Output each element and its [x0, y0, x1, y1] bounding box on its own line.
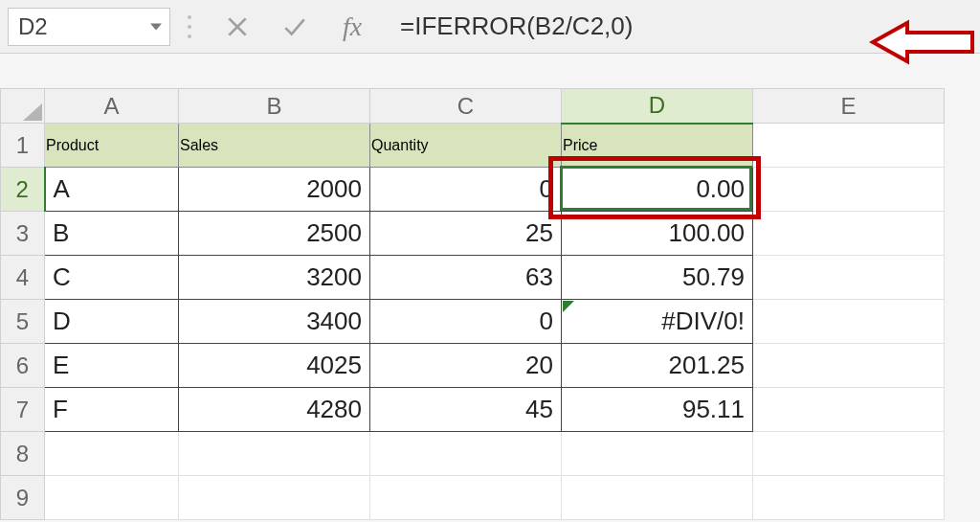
- cell-E1[interactable]: [753, 124, 945, 168]
- cell-E9[interactable]: [753, 476, 945, 520]
- cell-D2[interactable]: 0.00: [562, 168, 753, 212]
- cell-B9[interactable]: [179, 476, 370, 520]
- cell-C7[interactable]: 45: [370, 388, 562, 432]
- cell-B7[interactable]: 4280: [179, 388, 370, 432]
- fx-icon[interactable]: fx: [323, 11, 381, 42]
- row-header-2[interactable]: 2: [1, 168, 45, 212]
- cell-B4[interactable]: 3200: [179, 256, 370, 300]
- row-header-3[interactable]: 3: [1, 212, 45, 256]
- cell-B8[interactable]: [179, 432, 370, 476]
- spreadsheet-grid[interactable]: ABCDE1ProductSalesQuantityPrice2A200000.…: [0, 88, 945, 520]
- cell-D7[interactable]: 95.11: [562, 388, 753, 432]
- cell-D9[interactable]: [562, 476, 753, 520]
- cell-B1[interactable]: Sales: [179, 124, 370, 168]
- sheet-area: ABCDE1ProductSalesQuantityPrice2A200000.…: [0, 54, 980, 520]
- cell-E3[interactable]: [753, 212, 945, 256]
- cell-D6[interactable]: 201.25: [562, 344, 753, 388]
- name-box[interactable]: D2: [8, 8, 170, 46]
- column-header-B[interactable]: B: [179, 89, 370, 124]
- cell-A2[interactable]: A: [45, 168, 179, 212]
- cell-E7[interactable]: [753, 388, 945, 432]
- error-indicator-icon: [563, 301, 574, 312]
- grip-dots-icon: [170, 15, 209, 38]
- cell-C2[interactable]: 0: [370, 168, 562, 212]
- row-header-7[interactable]: 7: [1, 388, 45, 432]
- cell-D3[interactable]: 100.00: [562, 212, 753, 256]
- cell-E8[interactable]: [753, 432, 945, 476]
- cell-C9[interactable]: [370, 476, 562, 520]
- cell-A6[interactable]: E: [45, 344, 179, 388]
- row-header-5[interactable]: 5: [1, 300, 45, 344]
- cell-C8[interactable]: [370, 432, 562, 476]
- cell-E6[interactable]: [753, 344, 945, 388]
- cell-C5[interactable]: 0: [370, 300, 562, 344]
- column-header-E[interactable]: E: [753, 89, 945, 124]
- cancel-button[interactable]: [209, 8, 266, 46]
- row-header-4[interactable]: 4: [1, 256, 45, 300]
- cell-C4[interactable]: 63: [370, 256, 562, 300]
- row-header-6[interactable]: 6: [1, 344, 45, 388]
- name-box-value: D2: [18, 13, 48, 40]
- formula-input[interactable]: =IFERROR(B2/C2,0): [400, 8, 633, 46]
- formula-bar: D2 fx =IFERROR(B2/C2,0): [0, 0, 980, 54]
- formula-text: =IFERROR(B2/C2,0): [400, 11, 633, 41]
- column-header-A[interactable]: A: [45, 89, 179, 124]
- cell-C6[interactable]: 20: [370, 344, 562, 388]
- cell-E4[interactable]: [753, 256, 945, 300]
- cell-C1[interactable]: Quantity: [370, 124, 562, 168]
- column-header-C[interactable]: C: [370, 89, 562, 124]
- cell-D8[interactable]: [562, 432, 753, 476]
- cell-B5[interactable]: 3400: [179, 300, 370, 344]
- cell-D5[interactable]: #DIV/0!: [562, 300, 753, 344]
- row-header-9[interactable]: 9: [1, 476, 45, 520]
- cell-E2[interactable]: [753, 168, 945, 212]
- cell-D1[interactable]: Price: [562, 124, 753, 168]
- cell-C3[interactable]: 25: [370, 212, 562, 256]
- row-header-8[interactable]: 8: [1, 432, 45, 476]
- cell-A1[interactable]: Product: [45, 124, 179, 168]
- enter-button[interactable]: [266, 8, 323, 46]
- cell-B3[interactable]: 2500: [179, 212, 370, 256]
- cell-A3[interactable]: B: [45, 212, 179, 256]
- cell-A9[interactable]: [45, 476, 179, 520]
- cell-B6[interactable]: 4025: [179, 344, 370, 388]
- cell-A4[interactable]: C: [45, 256, 179, 300]
- cell-E5[interactable]: [753, 300, 945, 344]
- cell-A8[interactable]: [45, 432, 179, 476]
- row-header-1[interactable]: 1: [1, 124, 45, 168]
- select-all-corner[interactable]: [1, 89, 45, 124]
- chevron-down-icon[interactable]: [150, 23, 162, 30]
- column-header-D[interactable]: D: [562, 89, 753, 124]
- cell-B2[interactable]: 2000: [179, 168, 370, 212]
- cell-D4[interactable]: 50.79: [562, 256, 753, 300]
- cell-A5[interactable]: D: [45, 300, 179, 344]
- cell-A7[interactable]: F: [45, 388, 179, 432]
